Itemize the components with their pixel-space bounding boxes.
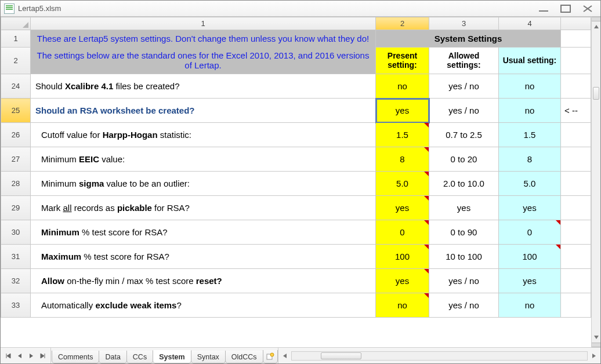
row-header[interactable]: 25 bbox=[1, 99, 31, 123]
note-cell[interactable] bbox=[561, 74, 591, 99]
row-header[interactable]: 27 bbox=[1, 147, 31, 172]
allowed-settings-cell[interactable]: yes / no bbox=[429, 99, 499, 123]
row-header[interactable]: 32 bbox=[1, 269, 31, 293]
setting-description[interactable]: Maximum % test score for RSA? bbox=[31, 245, 376, 269]
note-cell[interactable] bbox=[561, 245, 591, 269]
close-button[interactable] bbox=[581, 3, 595, 14]
allowed-settings-cell[interactable]: yes bbox=[429, 196, 499, 220]
note-cell[interactable] bbox=[561, 147, 591, 172]
setting-description[interactable]: Automatically exclude weak items? bbox=[31, 293, 376, 318]
allowed-settings-cell[interactable]: 10 to 100 bbox=[429, 245, 499, 269]
column-header-blank[interactable] bbox=[561, 17, 591, 30]
present-setting-cell[interactable]: 8 bbox=[376, 147, 429, 172]
header-usual-setting: Usual setting: bbox=[499, 47, 561, 74]
scroll-down-button[interactable] bbox=[592, 332, 600, 343]
allowed-settings-cell[interactable]: yes / no bbox=[429, 293, 499, 318]
row-header[interactable]: 26 bbox=[1, 123, 31, 147]
sheet-tab-data[interactable]: Data bbox=[99, 351, 126, 363]
usual-setting-cell[interactable]: 100 bbox=[499, 245, 561, 269]
hscroll-track[interactable] bbox=[291, 351, 588, 361]
column-header-2[interactable]: 2 bbox=[376, 17, 429, 30]
present-setting-cell[interactable]: no bbox=[376, 74, 429, 99]
present-setting-cell[interactable]: yes bbox=[376, 269, 429, 293]
scroll-left-button[interactable] bbox=[280, 350, 290, 362]
column-header-3[interactable]: 3 bbox=[429, 17, 499, 30]
note-cell[interactable] bbox=[561, 220, 591, 245]
usual-setting-cell[interactable]: 8 bbox=[499, 147, 561, 172]
row-header[interactable]: 30 bbox=[1, 220, 31, 245]
row-header[interactable]: 29 bbox=[1, 196, 31, 220]
setting-description[interactable]: Minimum EEIC value: bbox=[31, 147, 376, 172]
header-present-setting: Present setting: bbox=[376, 47, 429, 74]
present-setting-cell[interactable]: no bbox=[376, 293, 429, 318]
usual-setting-cell[interactable]: no bbox=[499, 293, 561, 318]
allowed-settings-cell[interactable]: yes / no bbox=[429, 74, 499, 99]
select-all-cell[interactable] bbox=[1, 17, 31, 30]
scroll-up-button[interactable] bbox=[592, 21, 600, 32]
usual-setting-cell[interactable]: yes bbox=[499, 269, 561, 293]
minimize-button[interactable] bbox=[537, 3, 551, 14]
sheet-tab-syntax[interactable]: Syntax bbox=[191, 351, 226, 363]
svg-rect-0 bbox=[539, 10, 548, 12]
nav-first-button[interactable] bbox=[3, 350, 13, 362]
note-cell[interactable] bbox=[561, 172, 591, 196]
row-header[interactable]: 2 bbox=[1, 47, 31, 74]
nav-prev-button[interactable] bbox=[15, 350, 25, 362]
nav-next-button[interactable] bbox=[26, 350, 37, 362]
allowed-settings-cell[interactable]: 0 to 20 bbox=[429, 147, 499, 172]
note-cell[interactable] bbox=[561, 269, 591, 293]
allowed-settings-cell[interactable]: 0.7 to 2.5 bbox=[429, 123, 499, 147]
usual-setting-cell[interactable]: no bbox=[499, 74, 561, 99]
sheet-tab-comments[interactable]: Comments bbox=[52, 351, 99, 363]
usual-setting-cell[interactable]: yes bbox=[499, 196, 561, 220]
note-cell[interactable] bbox=[561, 293, 591, 318]
vscroll-thumb[interactable] bbox=[593, 87, 599, 100]
vertical-scrollbar[interactable] bbox=[591, 17, 600, 347]
row-header[interactable]: 28 bbox=[1, 172, 31, 196]
row-header[interactable]: 31 bbox=[1, 245, 31, 269]
allowed-settings-cell[interactable]: 0 to 90 bbox=[429, 220, 499, 245]
usual-setting-cell[interactable]: 5.0 bbox=[499, 172, 561, 196]
usual-setting-cell[interactable]: no bbox=[499, 99, 561, 123]
setting-description[interactable]: Minimum sigma value to be an outlier: bbox=[31, 172, 376, 196]
note-cell[interactable]: < -- bbox=[561, 99, 591, 123]
usual-setting-cell[interactable]: 0 bbox=[499, 220, 561, 245]
setting-description[interactable]: Mark all records as pickable for RSA? bbox=[31, 196, 376, 220]
nav-last-button[interactable] bbox=[38, 350, 48, 362]
present-setting-cell[interactable]: 0 bbox=[376, 220, 429, 245]
setting-description[interactable]: Should Xcalibre 4.1 files be created? bbox=[31, 74, 376, 99]
usual-setting-cell[interactable]: 1.5 bbox=[499, 123, 561, 147]
sheet-tab-oldccs[interactable]: OldCCs bbox=[225, 351, 263, 363]
row-header[interactable]: 33 bbox=[1, 293, 31, 318]
setting-description[interactable]: Minimum % test score for RSA? bbox=[31, 220, 376, 245]
row-header[interactable]: 1 bbox=[1, 30, 31, 48]
column-header-4[interactable]: 4 bbox=[499, 17, 561, 30]
note-cell[interactable] bbox=[561, 123, 591, 147]
allowed-settings-cell[interactable]: 2.0 to 10.0 bbox=[429, 172, 499, 196]
split-handle-top[interactable] bbox=[592, 17, 600, 21]
present-setting-cell[interactable]: 1.5 bbox=[376, 123, 429, 147]
horizontal-scrollbar[interactable] bbox=[278, 348, 600, 363]
allowed-settings-cell[interactable]: yes / no bbox=[429, 269, 499, 293]
column-header-1[interactable]: 1 bbox=[31, 17, 376, 30]
present-setting-cell[interactable]: 100 bbox=[376, 245, 429, 269]
vscroll-track[interactable] bbox=[592, 32, 600, 332]
sheet-tab-system[interactable]: System bbox=[153, 350, 191, 363]
maximize-button[interactable] bbox=[559, 3, 573, 14]
setting-description[interactable]: Should an RSA worksheet be created? bbox=[31, 99, 376, 123]
present-setting-cell[interactable]: yes bbox=[376, 196, 429, 220]
system-settings-title: System Settings bbox=[376, 30, 561, 48]
setting-description[interactable]: Allow on-the-fly min / max % test score … bbox=[31, 269, 376, 293]
present-setting-cell[interactable]: yes bbox=[376, 99, 429, 123]
worksheet-grid[interactable]: 1 2 3 4 1 These are Lertap5 system setti… bbox=[1, 17, 591, 347]
note-cell[interactable] bbox=[561, 196, 591, 220]
new-sheet-button[interactable] bbox=[263, 350, 278, 363]
blank-cell bbox=[561, 47, 591, 74]
setting-description[interactable]: Cutoff value for Harpp-Hogan statistic: bbox=[31, 123, 376, 147]
row-header[interactable]: 24 bbox=[1, 74, 31, 99]
split-handle-bottom[interactable] bbox=[592, 343, 600, 347]
hscroll-thumb[interactable] bbox=[321, 352, 361, 359]
present-setting-cell[interactable]: 5.0 bbox=[376, 172, 429, 196]
scroll-right-button[interactable] bbox=[589, 350, 599, 362]
sheet-tab-ccs[interactable]: CCs bbox=[126, 351, 153, 363]
